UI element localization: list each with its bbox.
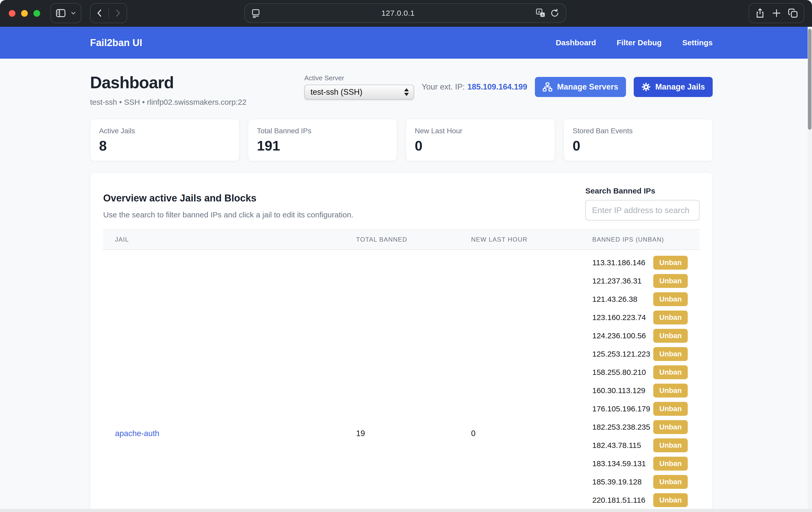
table-header-row: JAIL TOTAL BANNED NEW LAST HOUR BANNED I… bbox=[103, 229, 700, 250]
stat-label: Active Jails bbox=[99, 127, 230, 135]
table-row: apache-auth 19 0 113.31.186.146Unban121.… bbox=[103, 250, 700, 512]
translate-icon[interactable]: A a bbox=[535, 8, 546, 18]
minimize-window-button[interactable] bbox=[21, 10, 28, 17]
banned-ip-row: 182.43.78.115Unban bbox=[580, 436, 700, 454]
ip-address: 123.160.223.74 bbox=[592, 313, 646, 322]
unban-button[interactable]: Unban bbox=[653, 274, 688, 288]
active-server-value: test-ssh (SSH) bbox=[311, 87, 362, 97]
close-window-button[interactable] bbox=[9, 10, 16, 17]
unban-button[interactable]: Unban bbox=[653, 493, 688, 507]
unban-button[interactable]: Unban bbox=[653, 256, 688, 269]
nav-item-filter-debug[interactable]: Filter Debug bbox=[617, 38, 662, 47]
page-content: Dashboard test-ssh • SSH • rlinfp02.swis… bbox=[90, 59, 713, 512]
search-input[interactable] bbox=[585, 200, 700, 221]
unban-button[interactable]: Unban bbox=[653, 438, 688, 452]
ip-address: 183.134.59.131 bbox=[592, 459, 646, 468]
nav-item-settings[interactable]: Settings bbox=[682, 38, 713, 47]
column-header-banned-ips: BANNED IPS (UNBAN) bbox=[580, 229, 700, 250]
address-bar[interactable]: 127.0.0.1 A a bbox=[244, 3, 566, 23]
window-actions-group bbox=[749, 3, 804, 23]
tabs-overview-icon[interactable] bbox=[788, 8, 799, 19]
overview-description: Use the search to filter banned IPs and … bbox=[103, 210, 353, 219]
ip-address: 220.181.51.116 bbox=[592, 496, 645, 505]
window-bottom-edge bbox=[0, 509, 812, 512]
jail-link[interactable]: apache-auth bbox=[115, 429, 159, 438]
new-tab-icon[interactable] bbox=[771, 8, 782, 18]
banned-ip-row: 176.105.196.179Unban bbox=[580, 400, 700, 418]
ip-address: 158.255.80.210 bbox=[592, 368, 646, 377]
external-ip: Your ext. IP:185.109.164.199 bbox=[422, 82, 527, 92]
stat-value: 8 bbox=[99, 138, 230, 153]
manage-servers-label: Manage Servers bbox=[557, 82, 618, 92]
banned-ip-row: 220.181.51.116Unban bbox=[580, 491, 700, 509]
svg-text:a: a bbox=[542, 12, 544, 17]
nav-item-dashboard[interactable]: Dashboard bbox=[556, 38, 596, 47]
unban-button[interactable]: Unban bbox=[653, 457, 688, 471]
unban-button[interactable]: Unban bbox=[653, 329, 688, 343]
unban-button[interactable]: Unban bbox=[653, 420, 688, 434]
sidebar-icon[interactable] bbox=[55, 7, 66, 19]
browser-toolbar: 127.0.0.1 A a bbox=[0, 0, 812, 27]
unban-button[interactable]: Unban bbox=[653, 311, 688, 324]
manage-jails-label: Manage Jails bbox=[655, 82, 705, 92]
chevron-down-icon[interactable] bbox=[70, 10, 77, 17]
stat-value: 0 bbox=[573, 138, 704, 153]
ip-address: 160.30.113.129 bbox=[592, 386, 645, 395]
banned-ip-row: 158.255.80.210Unban bbox=[580, 363, 700, 381]
forward-button[interactable] bbox=[109, 4, 126, 23]
header-controls: Active Server test-ssh (SSH) Your ext. I… bbox=[304, 74, 713, 99]
total-banned-cell: 19 bbox=[344, 250, 459, 512]
back-button[interactable] bbox=[91, 4, 108, 23]
browser-window: 127.0.0.1 A a bbox=[0, 0, 812, 512]
unban-button[interactable]: Unban bbox=[653, 402, 688, 416]
banned-ip-row: 182.253.238.235Unban bbox=[580, 418, 700, 436]
banned-ip-row: 125.253.121.223Unban bbox=[580, 345, 700, 363]
search-label: Search Banned IPs bbox=[585, 187, 700, 195]
unban-button[interactable]: Unban bbox=[653, 475, 688, 489]
sitemap-icon bbox=[543, 82, 552, 92]
unban-button[interactable]: Unban bbox=[653, 347, 688, 361]
ip-address: 182.43.78.115 bbox=[592, 441, 641, 450]
scrollbar-thumb[interactable] bbox=[808, 29, 811, 130]
column-header-total-banned: TOTAL BANNED bbox=[344, 229, 459, 250]
unban-button[interactable]: Unban bbox=[653, 383, 688, 398]
external-ip-value[interactable]: 185.109.164.199 bbox=[467, 82, 527, 91]
ip-address: 124.236.100.56 bbox=[592, 332, 646, 340]
banned-ip-row: 124.236.100.56Unban bbox=[580, 326, 700, 345]
jails-table: JAIL TOTAL BANNED NEW LAST HOUR BANNED I… bbox=[103, 229, 700, 512]
app-navbar: Fail2ban UI DashboardFilter DebugSetting… bbox=[0, 27, 812, 59]
unban-button[interactable]: Unban bbox=[653, 365, 688, 379]
dashboard-header: Dashboard test-ssh • SSH • rlinfp02.swis… bbox=[90, 59, 713, 107]
reload-icon[interactable] bbox=[550, 8, 560, 18]
page-title: Dashboard bbox=[90, 73, 246, 92]
manage-servers-button[interactable]: Manage Servers bbox=[535, 77, 626, 97]
stat-label: Stored Ban Events bbox=[573, 127, 704, 135]
ip-address: 113.31.186.146 bbox=[592, 258, 645, 267]
banned-ip-row: 183.134.59.131Unban bbox=[580, 454, 700, 473]
manage-jails-button[interactable]: Manage Jails bbox=[634, 77, 713, 97]
new-last-hour-cell: 0 bbox=[459, 250, 580, 512]
page-settings-icon[interactable] bbox=[251, 8, 261, 18]
stat-card-total-banned-ips: Total Banned IPs191 bbox=[248, 119, 397, 161]
jail-cell: apache-auth bbox=[103, 250, 344, 512]
external-ip-label: Your ext. IP: bbox=[422, 82, 465, 91]
column-header-new-last-hour: NEW LAST HOUR bbox=[459, 229, 580, 250]
ip-address: 121.43.26.38 bbox=[592, 295, 637, 304]
banned-ip-row: 121.43.26.38Unban bbox=[580, 290, 700, 308]
banned-ip-row: 123.160.223.74Unban bbox=[580, 308, 700, 326]
traffic-lights bbox=[9, 10, 40, 17]
overview-card: Overview active Jails and Blocks Use the… bbox=[90, 172, 713, 512]
banned-ips-cell: 113.31.186.146Unban121.237.36.31Unban121… bbox=[580, 250, 700, 512]
ip-address: 182.253.238.235 bbox=[592, 423, 650, 431]
url-text[interactable]: 127.0.0.1 bbox=[261, 9, 535, 18]
overview-title: Overview active Jails and Blocks bbox=[103, 193, 353, 204]
share-icon[interactable] bbox=[755, 8, 765, 19]
banned-ip-row: 121.237.36.31Unban bbox=[580, 272, 700, 290]
active-server-select[interactable]: test-ssh (SSH) bbox=[304, 85, 414, 99]
fullscreen-window-button[interactable] bbox=[33, 10, 40, 17]
unban-button[interactable]: Unban bbox=[653, 292, 688, 306]
overview-titles: Overview active Jails and Blocks Use the… bbox=[103, 186, 353, 221]
stat-cards: Active Jails8Total Banned IPs191New Last… bbox=[90, 119, 713, 161]
stat-label: Total Banned IPs bbox=[257, 127, 388, 135]
ip-address: 185.39.19.128 bbox=[592, 478, 642, 486]
